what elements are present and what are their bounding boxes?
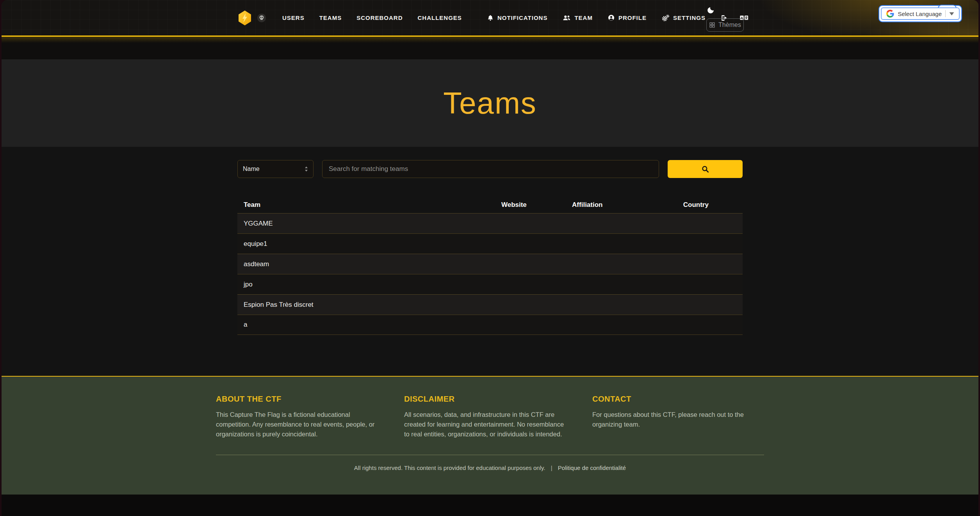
nav-item-settings[interactable]: SETTINGS — [661, 14, 706, 22]
team-name-cell[interactable]: a — [237, 321, 495, 329]
nav-item-notifications[interactable]: NOTIFICATIONS — [487, 14, 548, 22]
footer-about-heading: ABOUT THE CTF — [216, 395, 388, 404]
team-name-cell[interactable]: YGGAME — [237, 220, 495, 228]
table-body: YGGAME equipe1 asdteam — [237, 213, 743, 335]
dark-mode-toggle[interactable] — [707, 7, 714, 16]
team-name-cell[interactable]: asdteam — [237, 260, 495, 268]
nav-item-users-label: USERS — [282, 14, 305, 21]
table-row[interactable]: asdteam — [237, 254, 743, 274]
team-name-cell[interactable]: Espion Pas Très discret — [237, 301, 495, 309]
footer-disclaimer-text: All scenarios, data, and infrastructure … — [404, 410, 570, 439]
user-circle-icon — [608, 14, 615, 21]
google-translate-widget[interactable]: Select Language — [878, 5, 962, 22]
table-row[interactable]: YGGAME — [237, 213, 743, 233]
nav-item-teams[interactable]: TEAMS — [319, 14, 342, 21]
skull-avatar-icon — [257, 14, 266, 22]
team-name-cell[interactable]: equipe1 — [237, 240, 495, 248]
footer-contact-heading: CONTACT — [592, 395, 764, 404]
google-translate-select[interactable]: Select Language — [881, 7, 960, 20]
footer-about-text: This Capture The Flag is a fictional edu… — [216, 410, 381, 439]
footer-divider — [216, 455, 764, 455]
navbar-inner: USERS TEAMS SCOREBOARD CHALLENGES NOT — [238, 0, 760, 36]
team-name-cell[interactable]: jpo — [237, 281, 495, 288]
select-chevrons-icon — [305, 166, 308, 172]
gears-icon — [661, 14, 670, 22]
language-widget-label: Select Language — [898, 11, 942, 17]
nav-item-team[interactable]: TEAM — [562, 14, 593, 21]
nav-item-team-label: TEAM — [574, 14, 593, 21]
search-field-selected-value: Name — [243, 165, 260, 173]
bell-icon — [487, 14, 494, 22]
footer-bottom-bar: All rights reserved. This content is pro… — [2, 464, 978, 471]
themes-button-label: Thèmes — [718, 21, 741, 28]
column-header-team: Team — [237, 201, 495, 209]
users-group-icon — [562, 14, 571, 21]
search-input[interactable] — [322, 160, 659, 178]
footer-bottom-separator: | — [551, 464, 552, 471]
dropdown-arrow-icon — [949, 12, 954, 16]
search-icon — [701, 165, 709, 173]
search-field-select[interactable]: Name — [237, 160, 314, 178]
main-content: Name — [2, 147, 978, 376]
copyright-text: All rights reserved. This content is pro… — [354, 464, 545, 471]
page-title: Teams — [443, 85, 537, 121]
content-container: Name — [237, 160, 743, 335]
hero-banner: Teams — [2, 59, 978, 147]
footer-disclaimer-section: DISCLAIMER All scenarios, data, and infr… — [404, 395, 576, 439]
brand[interactable] — [238, 10, 266, 26]
table-row[interactable]: Espion Pas Très discret — [237, 294, 743, 315]
navbar-gap-strip — [2, 37, 978, 59]
footer-columns: ABOUT THE CTF This Capture The Flag is a… — [216, 395, 764, 439]
themes-button[interactable]: Thèmes — [706, 18, 744, 32]
footer-about-section: ABOUT THE CTF This Capture The Flag is a… — [216, 395, 388, 439]
column-header-website: Website — [495, 201, 566, 209]
bottom-strip — [2, 495, 978, 516]
hexagon-logo-icon — [238, 10, 252, 26]
footer: ABOUT THE CTF This Capture The Flag is a… — [2, 376, 978, 495]
nav-item-challenges[interactable]: CHALLENGES — [418, 14, 462, 21]
nav-item-settings-label: SETTINGS — [673, 14, 706, 21]
teams-table: Team Website Affiliation Country YGGAME … — [237, 197, 743, 335]
nav-item-profile[interactable]: PROFILE — [608, 14, 647, 21]
moon-icon — [707, 7, 714, 14]
nav-item-users[interactable]: USERS — [282, 14, 305, 21]
table-row[interactable]: jpo — [237, 274, 743, 294]
nav-item-notifications-label: NOTIFICATIONS — [497, 14, 548, 21]
google-logo-icon — [886, 10, 894, 18]
nav-item-profile-label: PROFILE — [618, 14, 647, 21]
footer-contact-section: CONTACT For questions about this CTF, pl… — [592, 395, 764, 439]
privacy-policy-link[interactable]: Politique de confidentialité — [558, 464, 626, 471]
navbar: USERS TEAMS SCOREBOARD CHALLENGES NOT — [2, 0, 978, 37]
nav-item-scoreboard[interactable]: SCOREBOARD — [356, 14, 403, 21]
footer-contact-text: For questions about this CTF, please rea… — [592, 410, 758, 429]
nav-item-teams-label: TEAMS — [319, 14, 342, 21]
table-row[interactable]: equipe1 — [237, 233, 743, 254]
footer-disclaimer-heading: DISCLAIMER — [404, 395, 576, 404]
grid-icon — [709, 22, 715, 28]
search-submit-button[interactable] — [668, 160, 743, 178]
table-row[interactable]: a — [237, 315, 743, 335]
column-header-affiliation: Affiliation — [566, 201, 677, 209]
page: USERS TEAMS SCOREBOARD CHALLENGES NOT — [2, 0, 978, 516]
language-widget-divider — [945, 10, 946, 17]
search-row: Name — [237, 160, 743, 178]
nav-item-challenges-label: CHALLENGES — [418, 14, 462, 21]
nav-item-scoreboard-label: SCOREBOARD — [356, 14, 403, 21]
table-header-row: Team Website Affiliation Country — [237, 197, 743, 213]
column-header-country: Country — [677, 201, 743, 209]
